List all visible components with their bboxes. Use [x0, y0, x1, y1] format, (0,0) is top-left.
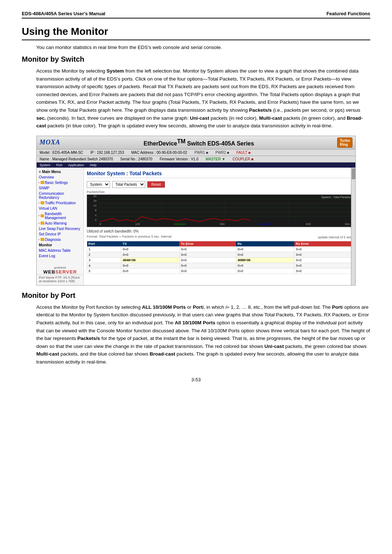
nav-port[interactable]: Port: [56, 163, 62, 167]
switch-text: Switch EDS-405A Series: [185, 140, 254, 147]
device-content-area: Monitor System : Total Packets System To…: [84, 168, 355, 285]
sidebar-item-vlan[interactable]: Virtual LAN: [37, 206, 83, 211]
moxa-logo: MOXA: [40, 139, 60, 146]
x-label-142: 142: [135, 222, 140, 226]
table-cell: 3: [87, 257, 121, 263]
device-info-bar2: Name : Managed Redundant Switch 2480370 …: [37, 156, 355, 163]
section1-body: Access the Monitor by selecting System f…: [36, 67, 370, 130]
y-label-20: 20: [93, 195, 97, 198]
scrollbar[interactable]: [351, 168, 355, 285]
sidebar-item-comm-red[interactable]: Communication Redundancy: [37, 191, 83, 200]
table-cell: 0=0: [294, 246, 352, 252]
sidebar-label-diagnosis: Diagnosis: [45, 238, 61, 242]
system-dropdown[interactable]: System: [87, 181, 110, 188]
table-cell: 0=0: [179, 268, 236, 274]
table-row: 40=00=00=00=0: [87, 263, 352, 268]
y-label-16: 16: [93, 200, 97, 202]
sidebar-item-event-log[interactable]: Event Log: [37, 253, 83, 259]
sidebar-item-basic-settings[interactable]: + Basic Settings: [37, 180, 83, 185]
packet-sec-label: Packets/Sec: [87, 190, 352, 194]
table-cell: 0=0: [294, 263, 352, 268]
graph-wave: [98, 195, 352, 222]
info-serial: Serial No : 2480370: [120, 157, 152, 161]
sidebar-item-traffic[interactable]: + Traffic Prioritization: [37, 200, 83, 206]
table-cell: 0=0: [121, 252, 180, 257]
table-row: 10=00=00=00=0: [87, 246, 352, 252]
folder-icon5: [41, 238, 44, 241]
section1-title: Monitor by Switch: [22, 55, 370, 63]
device-top-bar: MOXA EtherDeviceTM Switch EDS-405A Serie…: [37, 136, 355, 149]
device-main: ≡ Main Menu Overview + Basic Settings SN…: [37, 168, 355, 285]
expand-icon5: +: [38, 238, 40, 241]
graph-svg: [98, 195, 352, 222]
folder-icon2: [41, 201, 44, 204]
col-port: Port: [87, 241, 121, 247]
table-cell: 1: [87, 246, 121, 252]
intro-text: You can monitor statistics in real time …: [36, 45, 370, 50]
x-label-multicast: Multicast: [174, 222, 186, 226]
page-title: Using the Monitor: [22, 26, 370, 40]
table-cell: 0=0: [236, 252, 294, 257]
packet-type-dropdown[interactable]: Total Packets TX Packets RX Packets Erro…: [112, 181, 145, 188]
sidebar-item-line-swap[interactable]: Line Swap Fast Recovery: [37, 226, 83, 231]
table-cell: 0=0: [179, 246, 236, 252]
info-mac: MAC Address : 00-90-E8-00-00-02: [131, 151, 187, 155]
sidebar-item-mac-table[interactable]: MAC Address Table: [37, 248, 83, 253]
table-cell: 0=0: [294, 268, 352, 274]
scrollbar-thumb: [352, 168, 355, 179]
table-cell: 0=0: [236, 268, 294, 274]
nav-system[interactable]: System: [40, 163, 50, 167]
x-label-428: 428: [306, 222, 311, 226]
info-pw2: PWR2 ■: [215, 151, 229, 155]
table-cell: 0=0: [179, 257, 236, 263]
webserver-section: goalhead WEBSERVER: [37, 266, 83, 275]
expand-icon4: +: [38, 222, 40, 225]
main-menu-icon: ≡: [39, 170, 41, 174]
info-model: Model : EDS-405A-MM-SC: [40, 151, 83, 155]
footer-note: Port Name FTP: IIS 5 (Runs at resolution…: [37, 275, 83, 284]
folder-icon4: [41, 222, 44, 225]
update-info: update interval of 5 sec.: [318, 235, 352, 239]
info-ip: IP : 192.168.127.253: [90, 151, 124, 155]
model-label: Model : EDS-405A-MM-SC: [40, 151, 83, 155]
nav-application[interactable]: Application: [68, 163, 84, 167]
nav-help[interactable]: Help: [90, 163, 97, 167]
table-cell: 0=0: [294, 252, 352, 257]
sidebar-item-warning[interactable]: + Auto Warning: [37, 221, 83, 226]
sidebar-label-basic: Basic Settings: [45, 181, 68, 185]
x-label-284: 284: [220, 222, 224, 226]
page-number: 3-53: [22, 377, 370, 382]
sidebar-item-monitor[interactable]: Monitor: [37, 242, 83, 248]
x-label-sec: Sec.: [345, 222, 351, 226]
expand-icon: +: [38, 181, 40, 184]
table-cell: 0=0: [121, 246, 180, 252]
sidebar-item-snmp[interactable]: SNMP: [37, 185, 83, 191]
graph-area: 20 16 12 8 4 0: [87, 194, 352, 227]
sidebar-item-bandwidth[interactable]: + Bandwidth Management: [37, 211, 83, 221]
table-cell: 2: [87, 252, 121, 257]
folder-icon: [41, 181, 44, 184]
table-cell: 0=0: [294, 257, 352, 263]
table-cell: 0=0: [236, 263, 294, 268]
y-label-12: 12: [93, 204, 97, 207]
expand-icon2: +: [38, 201, 40, 205]
goalhead-label: goalhead: [37, 266, 83, 269]
x-label-0: 0: [99, 222, 101, 226]
table-cell: 0=0: [179, 263, 236, 268]
y-label-4: 4: [95, 214, 97, 217]
sidebar-item-set-device[interactable]: Set Device IP: [37, 231, 83, 237]
col-tx-error: Tx Error: [179, 241, 236, 247]
device-nav-bar: System Port Application Help: [37, 163, 355, 168]
table-cell: 0=0: [179, 252, 236, 257]
table-row: 20=00=00=00=0: [87, 252, 352, 257]
sidebar-item-overview[interactable]: Overview: [37, 175, 83, 180]
table-row: 34046=350=04098=350=0: [87, 257, 352, 263]
sidebar-label-bandwidth: Bandwidth Management: [45, 212, 82, 220]
table-cell: 4046=35: [121, 257, 180, 263]
expand-icon3: +: [38, 214, 40, 217]
sidebar-label-warning: Auto Warning: [45, 221, 67, 225]
device-screenshot: MOXA EtherDeviceTM Switch EDS-405A Serie…: [36, 136, 356, 286]
sidebar-item-diagnosis[interactable]: + Diagnosis: [37, 237, 83, 242]
section2-body: Access the Monitor by Port function by s…: [36, 303, 370, 366]
reset-button[interactable]: Reset: [147, 181, 165, 188]
